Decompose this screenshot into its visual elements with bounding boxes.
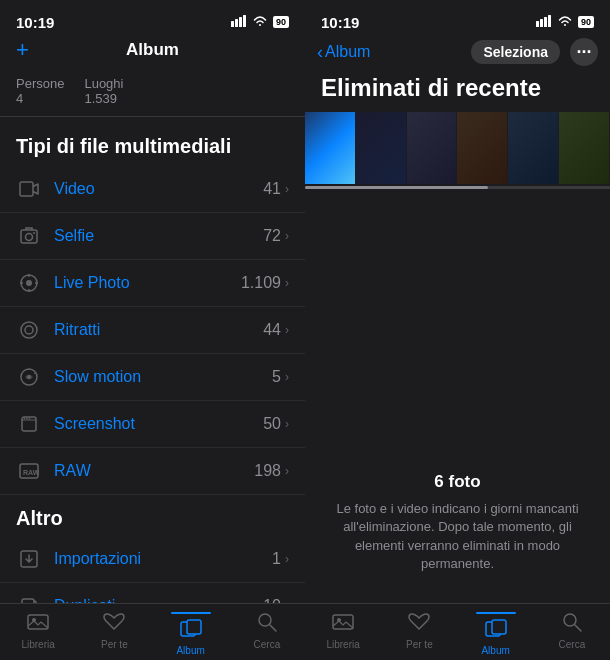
thumb-2 [356,112,407,184]
screenshot-icon [16,411,42,437]
more-button[interactable]: ··· [570,38,598,66]
nav-perte-label-right: Per te [406,639,433,650]
battery-right: 90 [578,16,594,28]
import-count: 1 [272,550,281,568]
import-label: Importazioni [54,550,272,568]
back-label: Album [325,43,370,61]
svg-point-17 [27,375,31,379]
left-header: + Album [0,36,305,70]
nav-perte-right[interactable]: Per te [381,612,457,656]
slow-count: 5 [272,368,281,386]
nav-cerca-label-left: Cerca [254,639,281,650]
back-button[interactable]: ‹ Album [317,42,370,63]
svg-rect-41 [540,19,543,27]
svg-point-23 [29,418,31,420]
menu-item-video[interactable]: Video 41 › [0,166,305,213]
selfie-icon [16,223,42,249]
svg-rect-40 [536,21,539,27]
video-icon [16,176,42,202]
live-chevron: › [285,276,289,290]
add-button[interactable]: + [16,37,29,63]
svg-rect-37 [187,620,201,634]
svg-line-49 [575,625,581,631]
menu-item-screenshot[interactable]: Screenshot 50 › [0,401,305,448]
svg-rect-43 [548,15,551,27]
menu-item-slow[interactable]: Slow motion 5 › [0,354,305,401]
right-bottom-nav: Libreria Per te Album [305,603,610,660]
battery-left: 90 [273,16,289,28]
perte-icon-right [408,612,430,637]
nav-album-right[interactable]: Album [458,612,534,656]
svg-rect-28 [22,599,34,603]
menu-item-dup[interactable]: Duplicati 10 › [0,583,305,603]
wifi-icon-right [557,15,573,30]
svg-point-15 [25,326,33,334]
nav-cerca-right[interactable]: Cerca [534,612,610,656]
menu-item-import[interactable]: Importazioni 1 › [0,536,305,583]
slow-chevron: › [285,370,289,384]
svg-rect-47 [492,620,506,634]
menu-item-portrait[interactable]: Ritratti 44 › [0,307,305,354]
menu-item-selfie[interactable]: Selfie 72 › [0,213,305,260]
svg-point-22 [26,418,28,420]
svg-rect-0 [231,21,234,27]
portrait-count: 44 [263,321,281,339]
people-item[interactable]: Persone 4 [16,76,64,106]
menu-item-raw[interactable]: RAW RAW 198 › [0,448,305,495]
thumbnail-strip [305,112,610,184]
raw-count: 198 [254,462,281,480]
signal-icon-left [231,15,247,30]
svg-rect-34 [28,615,48,629]
status-bar-right: 10:19 90 [305,0,610,36]
altro-header: Altro [0,495,305,536]
album-active-bar-left [171,612,211,614]
video-label: Video [54,180,263,198]
svg-point-38 [259,614,271,626]
nav-cerca-left[interactable]: Cerca [229,612,305,656]
right-panel: 10:19 90 ‹ Album [305,0,610,660]
dup-label: Duplicati [54,597,263,603]
select-button[interactable]: Seleziona [471,40,560,64]
time-right: 10:19 [321,14,359,31]
count-description: Le foto e i video indicano i giorni manc… [329,500,586,573]
nav-libreria-label-right: Libreria [326,639,359,650]
svg-line-39 [270,625,276,631]
perte-icon-left [103,612,125,637]
svg-rect-42 [544,17,547,27]
left-panel: 10:19 90 + Album [0,0,305,660]
dup-chevron: › [285,599,289,603]
left-title: Album [126,40,179,60]
svg-point-7 [33,232,35,234]
svg-rect-2 [239,17,242,27]
portrait-icon [16,317,42,343]
svg-point-6 [26,234,33,241]
slow-label: Slow motion [54,368,272,386]
status-icons-left: 90 [231,15,289,30]
places-item[interactable]: Luoghi 1.539 [84,76,123,106]
portrait-chevron: › [285,323,289,337]
right-page-title: Eliminati di recente [305,74,610,112]
nav-album-left[interactable]: Album [153,612,229,656]
nav-perte-left[interactable]: Per te [76,612,152,656]
libreria-icon-left [27,612,49,637]
right-actions: Seleziona ··· [471,38,598,66]
nav-libreria-left[interactable]: Libreria [0,612,76,656]
album-active-bar-right [476,612,516,614]
import-chevron: › [285,552,289,566]
nav-libreria-right[interactable]: Libreria [305,612,381,656]
time-left: 10:19 [16,14,54,31]
svg-point-9 [26,280,32,286]
menu-item-live[interactable]: Live Photo 1.109 › [0,260,305,307]
svg-point-14 [21,322,37,338]
count-number: 6 foto [434,472,480,492]
svg-rect-1 [235,19,238,27]
selfie-count: 72 [263,227,281,245]
media-types-list: Video 41 › Selfie 72 › [0,166,305,603]
back-chevron: ‹ [317,42,323,63]
video-count: 41 [263,180,281,198]
cerca-icon-right [562,612,582,637]
svg-rect-3 [243,15,246,27]
count-section: 6 foto Le foto e i video indicano i gior… [305,452,610,583]
portrait-label: Ritratti [54,321,263,339]
nav-cerca-label-right: Cerca [559,639,586,650]
